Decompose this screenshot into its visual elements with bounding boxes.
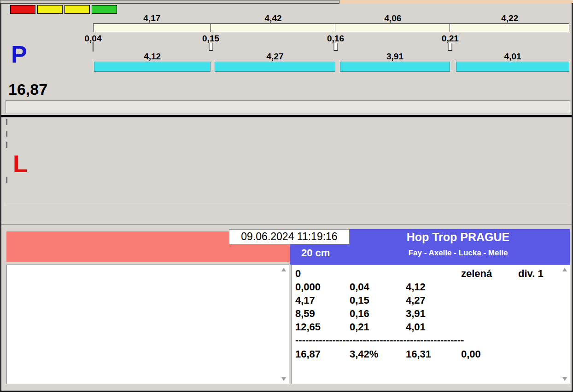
total-time: 16,87 bbox=[295, 349, 321, 359]
tick-mark bbox=[6, 177, 7, 183]
scroll-up-icon[interactable] bbox=[281, 268, 286, 271]
split-time: 4,12 bbox=[406, 282, 426, 292]
lower-bar-segment bbox=[340, 62, 450, 72]
lower-bar-segment bbox=[456, 62, 569, 72]
exchange-time: 0,15 bbox=[350, 295, 369, 306]
marker-label: 0,04 bbox=[85, 34, 102, 43]
splits-sum: 16,31 bbox=[406, 349, 431, 359]
upper-bars bbox=[93, 23, 569, 32]
lower-bar-label: 3,91 bbox=[386, 52, 403, 61]
lane-p-total: 16,87 bbox=[8, 81, 47, 98]
lane-l-label: L bbox=[13, 152, 28, 176]
scroll-down-icon[interactable] bbox=[562, 377, 567, 381]
exchange-time: 0,21 bbox=[350, 322, 369, 332]
upper-bar-segment bbox=[450, 24, 569, 32]
upper-bar-label: 4,42 bbox=[211, 14, 336, 23]
scroll-down-icon[interactable] bbox=[281, 377, 286, 381]
marker-tick bbox=[448, 43, 452, 51]
panel-divider bbox=[1, 115, 572, 117]
lane-l-baseline bbox=[6, 204, 570, 204]
result-rank: 0 bbox=[295, 269, 301, 279]
scroll-up-icon[interactable] bbox=[562, 268, 567, 271]
split-time: 4,27 bbox=[406, 295, 426, 306]
window-frame-left bbox=[0, 3, 1, 392]
lower-bar-labels: 4,124,273,914,01 bbox=[93, 52, 569, 61]
tick-mark bbox=[6, 142, 7, 148]
tick-mark bbox=[6, 131, 7, 137]
status-light bbox=[37, 5, 63, 14]
total-percent: 3,42% bbox=[350, 349, 378, 359]
cumulative-time: 12,65 bbox=[295, 322, 321, 332]
team-name: Hop Trop PRAGUE bbox=[350, 231, 566, 244]
separator-line: ----------------------------------------… bbox=[295, 335, 464, 345]
lane-p-label: P bbox=[11, 42, 27, 66]
lower-bar-segment bbox=[94, 62, 210, 72]
split-time: 4,01 bbox=[406, 322, 426, 332]
split-time: 3,91 bbox=[406, 309, 426, 319]
marker-label: 0,16 bbox=[327, 34, 344, 43]
top-strip-right bbox=[339, 0, 573, 4]
upper-bar-label: 4,06 bbox=[335, 14, 450, 23]
team-members: Fay - Axelle - Lucka - Melie bbox=[350, 248, 566, 258]
lower-bar-label: 4,01 bbox=[504, 52, 521, 61]
upper-bar-segment bbox=[335, 24, 450, 32]
upper-bar-segment bbox=[94, 24, 211, 32]
marker-label: 0,21 bbox=[442, 34, 459, 43]
marker-tick bbox=[93, 42, 94, 52]
exchange-time: 0,04 bbox=[350, 282, 369, 292]
bottom-strip bbox=[1, 384, 572, 391]
lane-p-status-strip bbox=[6, 100, 570, 113]
exchange-time: 0,16 bbox=[350, 309, 369, 319]
lower-bar-label: 4,12 bbox=[144, 52, 161, 61]
upper-bar-label: 4,22 bbox=[450, 14, 569, 23]
marker-tick bbox=[209, 43, 213, 51]
status-light bbox=[92, 5, 117, 14]
marker-ticks bbox=[93, 42, 569, 52]
app-window: 4,174,424,064,22 0,040,150,160,21 4,124,… bbox=[0, 0, 573, 392]
history-list-panel bbox=[6, 265, 289, 384]
marker-labels: 0,040,150,160,21 bbox=[93, 34, 569, 43]
status-light bbox=[64, 5, 90, 14]
results-table: 0zelenádiv. 10,0000,044,124,170,154,278,… bbox=[291, 265, 570, 384]
marker-tick bbox=[333, 43, 338, 51]
lower-bars bbox=[93, 62, 569, 72]
top-strip-left bbox=[0, 0, 339, 4]
split-time-chart: 4,174,424,064,22 0,040,150,160,21 4,124,… bbox=[93, 14, 569, 72]
result-color: zelená bbox=[461, 269, 492, 279]
marker-label: 0,15 bbox=[202, 34, 219, 43]
tick-mark bbox=[6, 119, 7, 125]
upper-bar-segment bbox=[211, 24, 335, 32]
status-light bbox=[10, 5, 35, 14]
upper-bar-label: 4,17 bbox=[93, 14, 211, 23]
section-divider bbox=[1, 224, 572, 225]
lower-bar-label: 4,27 bbox=[267, 52, 284, 61]
total-extra: 0,00 bbox=[461, 349, 481, 359]
cumulative-time: 0,000 bbox=[295, 282, 321, 292]
timestamp: 09.06.2024 11:19:16 bbox=[229, 229, 350, 244]
status-lights bbox=[10, 5, 117, 14]
upper-bar-labels: 4,174,424,064,22 bbox=[93, 14, 569, 23]
cumulative-time: 4,17 bbox=[295, 295, 315, 306]
cumulative-time: 8,59 bbox=[295, 309, 315, 319]
distance-label: 20 cm bbox=[301, 247, 330, 259]
result-division: div. 1 bbox=[518, 269, 544, 279]
lower-bar-segment bbox=[215, 62, 335, 72]
